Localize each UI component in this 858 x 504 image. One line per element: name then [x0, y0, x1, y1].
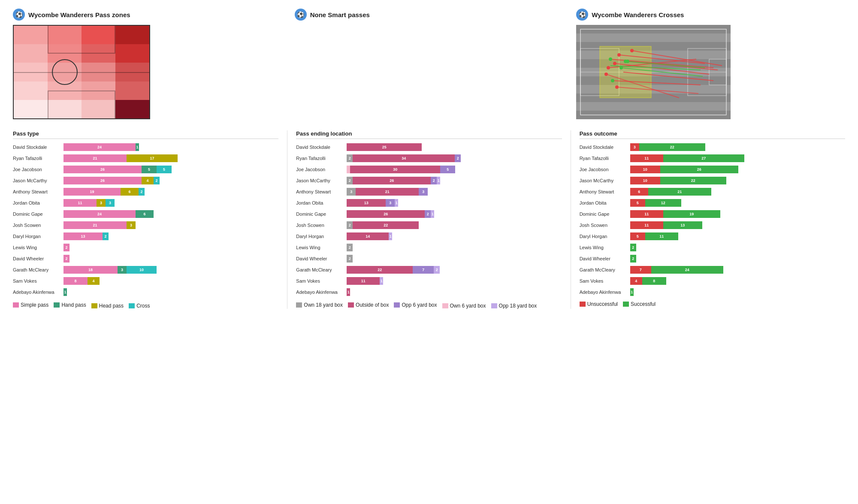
bar-segment: 11	[630, 154, 663, 162]
svg-point-26	[615, 85, 619, 89]
legend-hand-pass-swatch	[54, 302, 60, 308]
svg-point-20	[613, 62, 616, 65]
player-label: David Stockdale	[13, 145, 63, 150]
legend-hand-pass: Hand pass	[54, 301, 86, 309]
bar-segment: 1	[395, 199, 398, 207]
player-label: Anthony Stewart	[580, 189, 630, 194]
bar-group: 18310	[63, 266, 157, 274]
bar-group: 2117	[63, 154, 178, 162]
bar-segment: 26	[63, 166, 142, 173]
bar-row: Lewis Wing2	[296, 243, 562, 252]
legend-cross-label: Cross	[136, 303, 150, 309]
smart-passes-icon: ⚽	[295, 9, 307, 21]
bar-row: Lewis Wing2	[580, 243, 845, 252]
bar-group: 2342	[347, 154, 461, 162]
legend-own18-label: Own 18 yard box	[304, 302, 343, 308]
bar-group: 2642	[63, 177, 160, 184]
legend-simple-pass-swatch	[13, 302, 19, 308]
bar-segment: 30	[350, 166, 440, 173]
bar-group: 111	[347, 277, 383, 285]
bar-segment: 11	[630, 221, 663, 229]
bar-segment: 13	[663, 221, 702, 229]
bar-row: Garath McCleary18310	[13, 265, 278, 275]
pass-zones-icon: ⚽	[13, 9, 25, 21]
bar-segment: 2	[425, 210, 431, 218]
player-label: Garath McCleary	[296, 267, 347, 272]
bar-group: 2	[630, 255, 636, 263]
bar-segment: 2	[347, 244, 353, 251]
player-label: Dominic Gape	[13, 211, 63, 217]
bar-row: Daryl Horgan141	[296, 232, 562, 241]
player-label: Garath McCleary	[580, 267, 630, 272]
bar-row: Anthony Stewart3213	[296, 187, 562, 196]
bar-row: Garath McCleary2272	[296, 265, 562, 275]
bar-row: David Wheeler2	[580, 254, 845, 263]
legend-head-pass: Head pass	[91, 303, 124, 309]
player-label: Anthony Stewart	[296, 189, 347, 194]
bar-segment: 21	[356, 188, 419, 196]
bar-row: Daryl Horgan132	[13, 232, 278, 241]
bar-group: 241	[63, 143, 139, 151]
hm-r4c3	[115, 100, 149, 118]
player-label: Josh Scowen	[13, 223, 63, 228]
hm-r4c1	[48, 100, 82, 118]
bar-group: 2	[347, 244, 353, 251]
bar-row: Dominic Gape1119	[580, 209, 845, 219]
bar-segment: 4	[88, 277, 100, 285]
bar-segment: 2	[431, 177, 437, 184]
hm-r1c2	[82, 44, 115, 63]
bar-group: 213	[63, 221, 136, 229]
player-label: Jordan Obita	[296, 200, 347, 205]
bar-group: 322	[630, 143, 705, 151]
player-label: Adebayo Akinfenwa	[580, 290, 630, 295]
bar-segment: 10	[127, 266, 157, 274]
bar-segment: 6	[630, 188, 648, 196]
player-label: Jason McCarthy	[580, 178, 630, 183]
bar-segment: 4	[630, 277, 642, 285]
legend-outside-swatch	[348, 302, 354, 308]
player-label: Ryan Tafazolli	[580, 156, 630, 161]
hm-r3c3	[115, 81, 149, 100]
bar-row: Anthony Stewart1962	[13, 187, 278, 196]
player-label: Daryl Horgan	[580, 234, 630, 239]
player-label: Jason McCarthy	[13, 178, 63, 183]
player-label: Lewis Wing	[13, 245, 63, 250]
bar-segment: 18	[63, 266, 118, 274]
bar-row: David Stockdale322	[580, 142, 845, 152]
pass-type-table: David Stockdale241Ryan Tafazolli2117Joe …	[13, 142, 278, 297]
player-label: Joe Jacobson	[296, 167, 347, 172]
bar-segment: 3	[419, 188, 428, 196]
hm-r0c3	[115, 26, 149, 44]
legend-hand-pass-label: Hand pass	[61, 302, 86, 308]
pass-type-subtitle: Pass type	[13, 130, 278, 139]
player-label: David Stockdale	[296, 145, 347, 150]
bar-row: David Stockdale25	[296, 142, 562, 152]
legend-own6-swatch	[442, 303, 448, 308]
bar-group: 1	[347, 288, 350, 296]
crosses-header: ⚽ Wycombe Wanderers Crosses	[576, 9, 845, 21]
bar-group: 1113	[630, 221, 702, 229]
legend-successful-label: Successful	[631, 301, 656, 307]
svg-point-29	[624, 60, 627, 63]
bar-segment: 2	[139, 188, 145, 196]
bar-row: Ryan Tafazolli2342	[296, 154, 562, 163]
hm-r3c2	[82, 81, 115, 100]
bar-group: 2655	[63, 166, 172, 173]
bar-segment: 5	[142, 166, 157, 173]
svg-point-21	[617, 53, 621, 57]
bar-segment: 6	[136, 210, 154, 218]
bar-segment: 5	[630, 199, 645, 207]
bar-segment: 24	[651, 266, 723, 274]
bar-segment: 2	[63, 255, 69, 263]
bar-group: 621	[630, 188, 711, 196]
player-label: David Wheeler	[296, 256, 347, 261]
hm-r4c0	[14, 100, 48, 118]
bar-segment: 3	[106, 199, 115, 207]
hm-r2c1	[48, 63, 82, 81]
bar-segment: 2	[455, 154, 461, 162]
bar-segment: 1	[347, 288, 350, 296]
bar-row: Adebayo Akinfenwa1	[13, 287, 278, 297]
bar-segment: 19	[63, 188, 121, 196]
bar-row: Sam Vokes111	[296, 276, 562, 286]
bar-segment: 3	[127, 221, 136, 229]
